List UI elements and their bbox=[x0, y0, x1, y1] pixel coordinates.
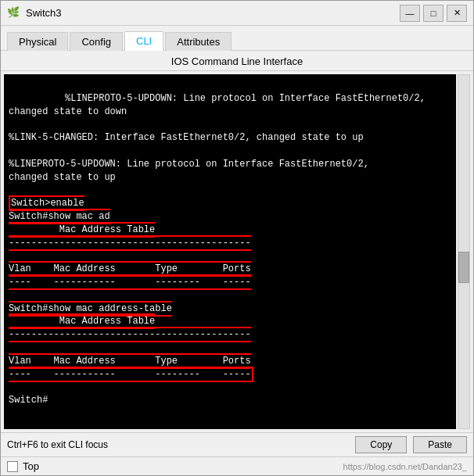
tab-bar: Physical Config CLI Attributes bbox=[1, 26, 473, 51]
cli-section-title: IOS Command Line Interface bbox=[1, 51, 473, 71]
copy-button[interactable]: Copy bbox=[355, 436, 407, 453]
tab-attributes[interactable]: Attributes bbox=[165, 32, 232, 51]
cli-scrollbar[interactable] bbox=[458, 74, 470, 429]
main-window: 🌿 Switch3 — □ ✕ Physical Config CLI Attr… bbox=[0, 0, 474, 476]
cli-scrollbar-thumb[interactable] bbox=[458, 252, 469, 283]
cli-terminal[interactable]: %LINEPROTO-5-UPDOWN: Line protocol on In… bbox=[4, 74, 456, 429]
minimize-button[interactable]: — bbox=[400, 5, 420, 22]
tab-physical[interactable]: Physical bbox=[7, 32, 68, 51]
tab-cli[interactable]: CLI bbox=[124, 31, 163, 51]
maximize-button[interactable]: □ bbox=[423, 5, 443, 22]
watermark: https://blog.csdn.net/Dandan23_ bbox=[343, 462, 467, 471]
cli-hint: Ctrl+F6 to exit CLI focus bbox=[7, 439, 349, 450]
cli-container: %LINEPROTO-5-UPDOWN: Line protocol on In… bbox=[1, 71, 473, 432]
cli-pre-content: %LINEPROTO-5-UPDOWN: Line protocol on In… bbox=[9, 93, 426, 183]
cli-prompt: Switch# bbox=[9, 395, 48, 406]
bottom-bar: Top https://blog.csdn.net/Dandan23_ bbox=[1, 456, 473, 475]
tab-config[interactable]: Config bbox=[70, 32, 123, 51]
content-area: IOS Command Line Interface %LINEPROTO-5-… bbox=[1, 51, 473, 432]
cli-highlighted: Switch>enable Switch#show mac ad Mac Add… bbox=[9, 195, 253, 381]
window-title: Switch3 bbox=[26, 7, 400, 19]
bottom-left: Top bbox=[7, 460, 39, 472]
window-controls: — □ ✕ bbox=[400, 5, 467, 22]
status-bar: Ctrl+F6 to exit CLI focus Copy Paste bbox=[1, 432, 473, 456]
top-checkbox[interactable] bbox=[7, 461, 18, 472]
top-label: Top bbox=[23, 460, 39, 472]
title-bar: 🌿 Switch3 — □ ✕ bbox=[1, 1, 473, 26]
close-button[interactable]: ✕ bbox=[447, 5, 467, 22]
app-icon: 🌿 bbox=[7, 6, 21, 20]
paste-button[interactable]: Paste bbox=[413, 436, 467, 453]
